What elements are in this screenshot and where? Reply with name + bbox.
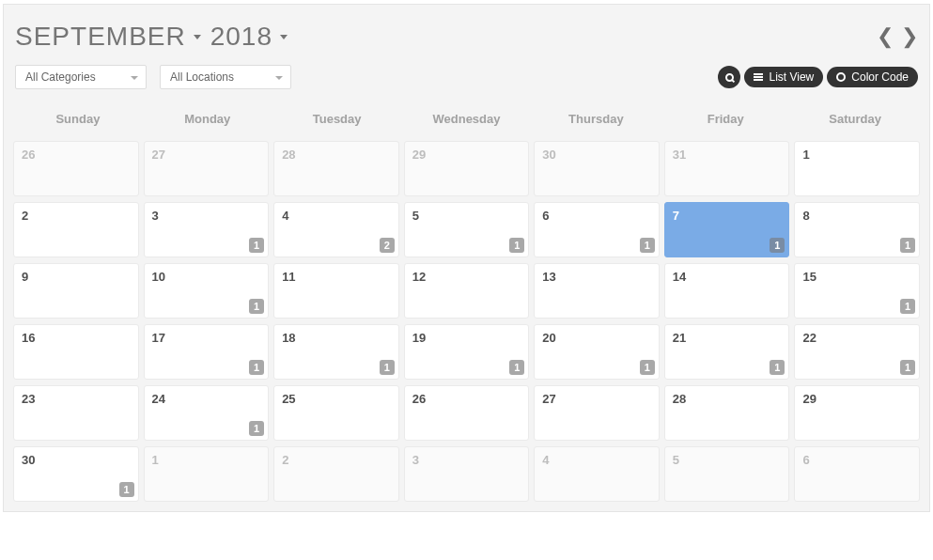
day-cell[interactable]: 31 (664, 141, 790, 196)
day-cell[interactable]: 13 (534, 263, 660, 319)
day-number: 16 (22, 331, 131, 345)
event-count-badge: 1 (900, 238, 915, 253)
day-cell[interactable]: 9 (13, 263, 139, 319)
day-cell[interactable]: 211 (664, 324, 790, 380)
weekday-label: Friday (661, 102, 790, 135)
day-number: 30 (542, 148, 651, 162)
day-number: 6 (542, 209, 651, 223)
day-cell[interactable]: 181 (273, 324, 399, 380)
day-cell[interactable]: 221 (794, 324, 920, 380)
day-cell[interactable]: 11 (273, 263, 399, 319)
event-count-badge: 1 (640, 360, 655, 375)
day-cell[interactable]: 29 (794, 385, 920, 441)
day-cell[interactable]: 42 (273, 202, 399, 257)
day-number: 8 (802, 209, 911, 223)
day-cell[interactable]: 29 (404, 141, 530, 196)
weekday-label: Saturday (790, 102, 920, 135)
search-icon (725, 73, 734, 82)
calendar-grid: 2627282930311231425161718191011112131415… (4, 141, 929, 511)
next-month-icon[interactable]: ❯ (901, 26, 918, 47)
search-button[interactable] (718, 66, 740, 88)
event-count-badge: 1 (249, 238, 264, 253)
list-icon (754, 73, 763, 81)
day-cell[interactable]: 151 (794, 263, 920, 319)
day-cell[interactable]: 171 (144, 324, 270, 380)
gear-icon (836, 72, 846, 82)
color-code-button[interactable]: Color Code (827, 67, 918, 87)
day-number: 6 (802, 453, 911, 467)
day-cell[interactable]: 3 (404, 446, 530, 502)
day-cell[interactable]: 2 (13, 202, 139, 257)
day-number: 11 (282, 270, 391, 284)
day-number: 18 (282, 331, 391, 345)
day-cell[interactable]: 301 (13, 446, 139, 502)
year-label: 2018 (210, 22, 272, 52)
day-cell[interactable]: 6 (794, 446, 920, 502)
calendar-container: SEPTEMBER 2018 ❮ ❯ All Categories All Lo… (3, 4, 930, 512)
day-number: 26 (22, 148, 131, 162)
day-number: 14 (673, 270, 782, 284)
day-cell[interactable]: 241 (144, 385, 270, 441)
day-cell[interactable]: 26 (404, 385, 530, 441)
prev-month-icon[interactable]: ❮ (877, 26, 894, 47)
event-count-badge: 1 (640, 238, 655, 253)
day-number: 17 (152, 331, 261, 345)
day-cell[interactable]: 28 (664, 385, 790, 441)
day-cell[interactable]: 27 (534, 385, 660, 441)
toolbar-buttons: List View Color Code (718, 66, 918, 88)
day-cell[interactable]: 51 (404, 202, 530, 257)
event-count-badge: 1 (249, 421, 264, 436)
day-cell[interactable]: 1 (144, 446, 270, 502)
locations-dropdown[interactable]: All Locations (160, 65, 291, 89)
day-number: 19 (412, 331, 521, 345)
day-cell[interactable]: 25 (273, 385, 399, 441)
list-view-button[interactable]: List View (744, 67, 823, 87)
day-number: 27 (152, 148, 261, 162)
day-number: 9 (22, 270, 131, 284)
categories-dropdown[interactable]: All Categories (15, 65, 147, 89)
filters: All Categories All Locations (15, 65, 291, 89)
weekday-label: Tuesday (272, 102, 402, 135)
day-cell[interactable]: 14 (664, 263, 790, 319)
day-cell[interactable]: 191 (404, 324, 530, 380)
day-number: 25 (282, 392, 391, 406)
day-cell[interactable]: 101 (144, 263, 270, 319)
locations-label: All Locations (170, 70, 234, 84)
day-number: 28 (282, 148, 391, 162)
day-cell[interactable]: 16 (13, 324, 139, 380)
event-count-badge: 1 (249, 299, 264, 314)
day-number: 29 (412, 148, 521, 162)
day-number: 15 (802, 270, 911, 284)
day-cell[interactable]: 2 (273, 446, 399, 502)
day-cell[interactable]: 23 (13, 385, 139, 441)
day-cell[interactable]: 201 (534, 324, 660, 380)
event-count-badge: 1 (119, 482, 134, 497)
day-cell[interactable]: 5 (664, 446, 790, 502)
day-cell[interactable]: 30 (534, 141, 660, 196)
day-cell[interactable]: 26 (13, 141, 139, 196)
year-selector[interactable]: 2018 (210, 22, 288, 52)
day-number: 13 (542, 270, 651, 284)
day-number: 10 (152, 270, 261, 284)
list-view-label: List View (769, 70, 814, 84)
calendar-header: SEPTEMBER 2018 ❮ ❯ (4, 5, 929, 61)
event-count-badge: 2 (380, 238, 395, 253)
day-cell[interactable]: 27 (144, 141, 270, 196)
day-cell[interactable]: 71 (664, 202, 790, 257)
day-number: 28 (673, 392, 782, 406)
day-number: 22 (802, 331, 911, 345)
month-selector[interactable]: SEPTEMBER (15, 22, 201, 52)
day-cell[interactable]: 81 (794, 202, 920, 257)
day-cell[interactable]: 1 (794, 141, 920, 196)
weekday-label: Thursday (531, 102, 661, 135)
day-cell[interactable]: 12 (404, 263, 530, 319)
event-count-badge: 1 (249, 360, 264, 375)
day-cell[interactable]: 31 (144, 202, 270, 257)
day-cell[interactable]: 61 (534, 202, 660, 257)
day-cell[interactable]: 28 (273, 141, 399, 196)
toolbar: All Categories All Locations List View C… (4, 61, 929, 102)
day-cell[interactable]: 4 (534, 446, 660, 502)
day-number: 20 (542, 331, 651, 345)
day-number: 26 (412, 392, 521, 406)
event-count-badge: 1 (900, 360, 915, 375)
